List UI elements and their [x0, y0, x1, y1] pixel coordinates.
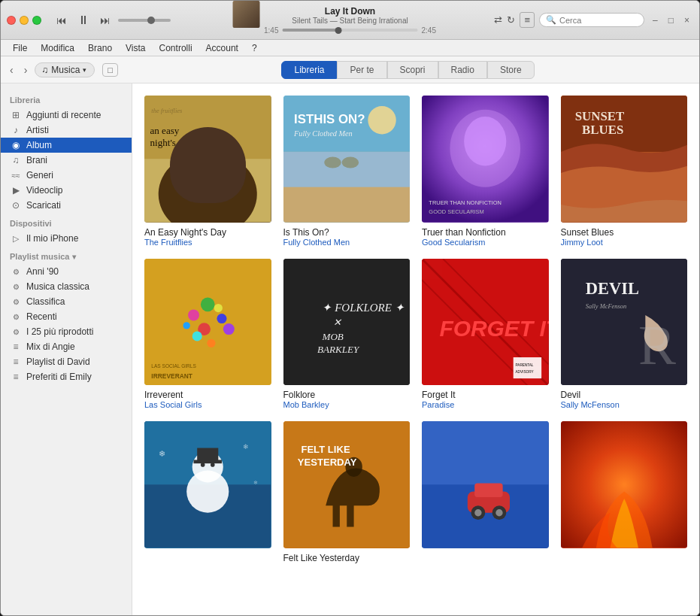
svg-point-18 — [464, 117, 506, 166]
location-pill[interactable]: ♫ Musica ▾ — [35, 62, 95, 77]
tab-per-te[interactable]: Per te — [337, 61, 386, 79]
volume-slider[interactable] — [118, 19, 171, 22]
sidebar-item-anni90[interactable]: ⚙ Anni '90 — [1, 264, 132, 279]
play-pause-button[interactable]: ⏸ — [74, 12, 92, 29]
list-view-icon[interactable]: ≡ — [520, 12, 535, 28]
nav-back-button[interactable]: ‹ — [7, 62, 17, 77]
minimize-button[interactable] — [20, 16, 29, 25]
progress-bar[interactable] — [283, 29, 418, 32]
svg-text:ISTHIS ON?: ISTHIS ON? — [294, 112, 365, 126]
sidebar-item-preferiti-emily[interactable]: ≡ Preferiti di Emily — [1, 369, 132, 384]
album-card-bottom2[interactable]: FELT LIKE YESTERDAY Felt Like Yesterday — [283, 421, 411, 563]
svg-text:PARENTAL: PARENTAL — [516, 363, 534, 367]
sidebar-item-artisti[interactable]: ♪ Artisti — [1, 123, 132, 138]
sidebar-item-brani[interactable]: ♫ Brani — [1, 153, 132, 168]
sidebar-item-videoclip[interactable]: ▶ Videoclip — [1, 183, 132, 198]
svg-point-28 — [201, 297, 215, 311]
album-cover-bottom2: FELT LIKE YESTERDAY — [283, 421, 411, 548]
transport-controls: ⏮ ⏸ ⏭ — [53, 12, 171, 29]
tab-store[interactable]: Store — [487, 61, 535, 79]
album-card-irreverent[interactable]: IRREVERANT LAS SOCIAL GIRLS Irreverent L… — [144, 259, 271, 410]
sidebar-label-mix-angie: Mix di Angie — [26, 341, 75, 352]
album-card-folklore[interactable]: ✦ FOLKLORE ✦ ✕ MOB BARKLEY Folklore Mob … — [283, 259, 411, 410]
sidebar-item-album[interactable]: ◉ Album — [1, 138, 132, 153]
sidebar-item-recenti[interactable]: ⚙ Recenti — [1, 309, 132, 324]
album-cover-isthison: ISTHIS ON? Fully Clothed Men — [283, 96, 411, 223]
album-title-sunset-blues: Sunset Blues — [561, 227, 688, 238]
svg-text:Sally McFenson: Sally McFenson — [585, 302, 626, 309]
win-minimize-button[interactable]: – — [649, 14, 662, 27]
svg-text:the fruitflies: the fruitflies — [151, 107, 183, 114]
svg-text:YESTERDAY: YESTERDAY — [297, 457, 356, 468]
sidebar-toggle-button[interactable]: □ — [102, 63, 118, 77]
tab-scopri[interactable]: Scopri — [387, 61, 438, 79]
win-restore-button[interactable]: □ — [665, 14, 677, 27]
close-button[interactable] — [7, 16, 16, 25]
album-cover-forgetit: FORGET IT PARENTAL ADVISORY — [422, 259, 549, 386]
svg-point-3 — [176, 156, 211, 198]
menu-brano[interactable]: Brano — [82, 41, 118, 55]
recenti-icon: ⚙ — [10, 313, 22, 321]
repeat-icon[interactable]: ↻ — [507, 14, 515, 26]
progress-container: 1:45 2:45 — [264, 26, 436, 35]
menu-help[interactable]: ? — [246, 41, 263, 55]
now-playing-info: Lay It Down Silent Tails — Start Being I… — [264, 6, 436, 35]
album-card-bottom1[interactable]: ❄ ❄ ❄ — [144, 421, 271, 563]
sidebar-label-playlist-david: Playlist di David — [26, 357, 90, 367]
search-input[interactable] — [559, 16, 638, 25]
sidebar-item-classifica[interactable]: ⚙ Classifica — [1, 294, 132, 309]
prev-button[interactable]: ⏮ — [53, 13, 70, 28]
svg-text:SUNSET: SUNSET — [574, 109, 624, 123]
album-card-bottom3[interactable] — [422, 421, 549, 563]
win-close-button[interactable]: × — [680, 14, 693, 27]
menu-file[interactable]: File — [7, 41, 33, 55]
sidebar-item-mix-angie[interactable]: ≡ Mix di Angie — [1, 339, 132, 354]
tab-radio[interactable]: Radio — [438, 61, 487, 79]
tab-libreria[interactable]: Libreria — [281, 61, 337, 79]
sidebar-item-iphone[interactable]: ▷ Il mio iPhone — [1, 231, 132, 246]
sidebar-item-scaricati[interactable]: ⊙ Scaricati — [1, 198, 132, 213]
sidebar-item-playlist-david[interactable]: ≡ Playlist di David — [1, 354, 132, 369]
album-card-easy-nights[interactable]: the fruitflies an easy night's day An Ea… — [144, 96, 271, 247]
search-icon: 🔍 — [546, 15, 556, 25]
album-card-bottom4[interactable] — [561, 421, 688, 563]
album-artist-truer: Good Secularism — [422, 238, 549, 247]
album-card-truer[interactable]: TRUER THAN NONFICTION GOOD SECULARISM Tr… — [422, 96, 549, 247]
album-cover-irreverent: IRREVERANT LAS SOCIAL GIRLS — [144, 259, 271, 386]
album-card-sunset-blues[interactable]: SUNSET BLUES Sunset Blues Jimmy Loot — [561, 96, 688, 247]
album-card-forgetit[interactable]: FORGET IT PARENTAL ADVISORY Forget It Pa… — [422, 259, 549, 410]
svg-rect-63 — [197, 448, 218, 463]
sidebar-label-aggiunti: Aggiunti di recente — [26, 110, 101, 120]
menu-vista[interactable]: Vista — [120, 41, 151, 55]
main-content: Libreria ⊞ Aggiunti di recente ♪ Artisti… — [1, 83, 699, 615]
svg-rect-22 — [561, 96, 688, 152]
songs-icon: ♫ — [10, 155, 22, 165]
svg-text:DEVIL: DEVIL — [585, 278, 638, 297]
svg-point-11 — [368, 106, 395, 134]
tabs-container: Libreria Per te Scopri Radio Store — [123, 61, 693, 79]
menu-controlli[interactable]: Controlli — [153, 41, 198, 55]
playlist-david-icon: ≡ — [10, 357, 22, 367]
sidebar-item-musica-classica[interactable]: ⚙ Musica classica — [1, 279, 132, 294]
album-card-isthison[interactable]: ISTHIS ON? Fully Clothed Men Is This On?… — [283, 96, 411, 247]
maximize-button[interactable] — [32, 16, 41, 25]
now-playing-area: Lay It Down Silent Tails — Start Being I… — [264, 6, 436, 35]
menu-modifica[interactable]: Modifica — [35, 41, 80, 55]
shuffle-icon[interactable]: ⇄ — [494, 14, 502, 26]
svg-text:R: R — [638, 314, 675, 376]
anni90-icon: ⚙ — [10, 268, 22, 276]
preferiti-emily-icon: ≡ — [10, 372, 22, 382]
album-title-devil: Devil — [561, 390, 688, 400]
next-button[interactable]: ⏭ — [97, 13, 114, 28]
menu-account[interactable]: Account — [200, 41, 244, 55]
sidebar-label-anni90: Anni '90 — [26, 266, 59, 277]
sidebar-item-generi[interactable]: ≈≈ Generi — [1, 168, 132, 183]
svg-text:IRREVERANT: IRREVERANT — [151, 372, 193, 380]
sidebar-item-aggiunti[interactable]: ⊞ Aggiunti di recente — [1, 108, 132, 123]
nav-forward-button[interactable]: › — [21, 62, 31, 77]
album-card-devil[interactable]: DEVIL Sally McFenson R Devil Sally McFen… — [561, 259, 688, 410]
album-artist-folklore: Mob Barkley — [283, 400, 411, 409]
sidebar-item-i25[interactable]: ⚙ I 25 più riprodotti — [1, 324, 132, 339]
time-total: 2:45 — [422, 26, 436, 35]
recent-icon: ⊞ — [10, 110, 22, 120]
